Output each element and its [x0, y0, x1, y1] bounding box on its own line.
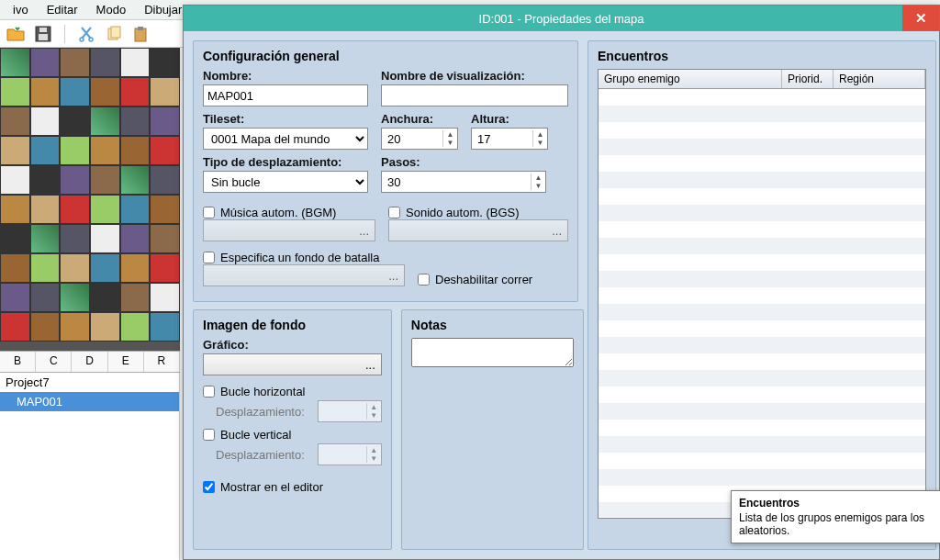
map-tree: Project7 MAP001 — [0, 373, 180, 560]
scroll-select[interactable]: Sin bucle — [203, 171, 368, 193]
notes-textarea[interactable] — [411, 338, 574, 367]
map-properties-dialog: ID:001 - Propiedades del mapa ✕ Configur… — [183, 5, 940, 560]
table-row[interactable] — [599, 420, 925, 436]
svg-point-3 — [80, 38, 84, 41]
display-name-label: Nombre de visualización: — [381, 69, 568, 83]
show-editor-label: Mostrar en el editor — [220, 480, 323, 494]
encounters-title: Encuentros — [598, 49, 926, 63]
encounters-rows[interactable] — [599, 89, 925, 517]
show-editor-checkbox[interactable] — [203, 481, 215, 493]
dialog-titlebar: ID:001 - Propiedades del mapa ✕ — [184, 6, 939, 31]
table-row[interactable] — [599, 304, 925, 320]
tab-e[interactable]: E — [108, 352, 144, 372]
encounters-table[interactable]: Grupo enemigo Priorid. Región — [598, 69, 926, 519]
general-title: Configuración general — [203, 49, 568, 63]
dialog-title: ID:001 - Propiedades del mapa — [479, 12, 644, 26]
table-row[interactable] — [599, 155, 925, 172]
table-row[interactable] — [599, 172, 925, 188]
bgs-label: Sonido autom. (BGS) — [406, 206, 520, 219]
svg-rect-7 — [135, 28, 146, 41]
table-row[interactable] — [599, 436, 925, 453]
battleback-label: Especifica un fondo de batalla — [220, 251, 379, 264]
name-input[interactable] — [203, 84, 368, 106]
steps-spinner[interactable]: 30▲▼ — [381, 171, 546, 193]
cut-icon[interactable] — [76, 24, 96, 44]
table-row[interactable] — [599, 337, 925, 353]
tab-b[interactable]: B — [0, 352, 36, 372]
tree-map-selected[interactable]: MAP001 — [0, 392, 179, 411]
tab-r[interactable]: R — [144, 352, 180, 372]
background-title: Imagen de fondo — [203, 318, 382, 332]
graphic-label: Gráfico: — [203, 338, 382, 352]
vloop-checkbox[interactable] — [203, 429, 215, 441]
svg-rect-6 — [111, 27, 120, 38]
menu-item-archivo[interactable]: ivo — [4, 1, 38, 18]
table-row[interactable] — [599, 221, 925, 238]
table-row[interactable] — [599, 403, 925, 420]
width-label: Anchura: — [381, 112, 458, 126]
table-row[interactable] — [599, 89, 925, 106]
table-row[interactable] — [599, 287, 925, 304]
table-row[interactable] — [599, 139, 925, 155]
vscroll-spinner[interactable]: ▲▼ — [318, 443, 382, 465]
hloop-checkbox[interactable] — [203, 386, 215, 398]
table-row[interactable] — [599, 188, 925, 205]
table-row[interactable] — [599, 453, 925, 469]
menu-item-modo[interactable]: Modo — [87, 1, 136, 18]
close-icon: ✕ — [915, 10, 927, 27]
table-row[interactable] — [599, 469, 925, 486]
svg-rect-8 — [138, 27, 143, 30]
vloop-label: Bucle vertical — [220, 428, 291, 442]
open-icon[interactable] — [6, 24, 26, 44]
height-spinner[interactable]: 17▲▼ — [471, 128, 548, 150]
battleback-checkbox[interactable] — [203, 252, 215, 263]
table-row[interactable] — [599, 386, 925, 403]
table-row[interactable] — [599, 271, 925, 287]
notes-title: Notas — [411, 318, 574, 332]
disable-dash-label: Deshabilitar correr — [435, 273, 532, 286]
table-row[interactable] — [599, 370, 925, 386]
battleback-select-button[interactable]: ... — [203, 264, 405, 286]
col-priority[interactable]: Priorid. — [782, 70, 834, 88]
table-row[interactable] — [599, 238, 925, 254]
copy-icon[interactable] — [104, 24, 124, 44]
tree-project[interactable]: Project7 — [0, 373, 179, 392]
tileset-label: Tileset: — [203, 112, 368, 126]
hscroll-label: Desplazamiento: — [203, 405, 305, 419]
table-row[interactable] — [599, 106, 925, 122]
tooltip-title: Encuentros — [739, 497, 934, 510]
hscroll-spinner[interactable]: ▲▼ — [318, 400, 382, 422]
col-region[interactable]: Región — [834, 70, 925, 88]
bgs-select-button[interactable]: ... — [388, 219, 568, 241]
col-group[interactable]: Grupo enemigo — [599, 70, 782, 88]
tileset-palette[interactable] — [0, 48, 180, 351]
graphic-select-button[interactable]: ... — [203, 353, 382, 375]
background-panel: Imagen de fondo Gráfico: ... Bucle horiz… — [193, 309, 392, 550]
bgm-checkbox[interactable] — [203, 207, 215, 218]
menu-item-editar[interactable]: Editar — [38, 1, 87, 18]
table-row[interactable] — [599, 122, 925, 139]
tileset-select[interactable]: 0001 Mapa del mundo — [203, 128, 368, 150]
steps-label: Pasos: — [381, 155, 546, 169]
paste-icon[interactable] — [131, 24, 151, 44]
table-row[interactable] — [599, 254, 925, 271]
disable-dash-checkbox[interactable] — [418, 274, 430, 286]
table-row[interactable] — [599, 205, 925, 221]
bgs-checkbox[interactable] — [388, 207, 400, 218]
bgm-select-button[interactable]: ... — [203, 219, 375, 241]
svg-point-4 — [89, 38, 93, 41]
table-row[interactable] — [599, 320, 925, 337]
save-icon[interactable] — [33, 24, 53, 44]
close-button[interactable]: ✕ — [902, 6, 939, 31]
name-label: Nombre: — [203, 69, 368, 83]
display-name-input[interactable] — [381, 84, 568, 106]
svg-rect-2 — [39, 28, 47, 32]
notes-panel: Notas — [401, 309, 584, 550]
tab-c[interactable]: C — [36, 352, 72, 372]
width-spinner[interactable]: 20▲▼ — [381, 128, 458, 150]
vscroll-label: Desplazamiento: — [203, 448, 305, 462]
bgm-label: Música autom. (BGM) — [220, 206, 336, 219]
tab-d[interactable]: D — [72, 352, 107, 372]
table-row[interactable] — [599, 353, 925, 370]
height-label: Altura: — [471, 112, 548, 126]
